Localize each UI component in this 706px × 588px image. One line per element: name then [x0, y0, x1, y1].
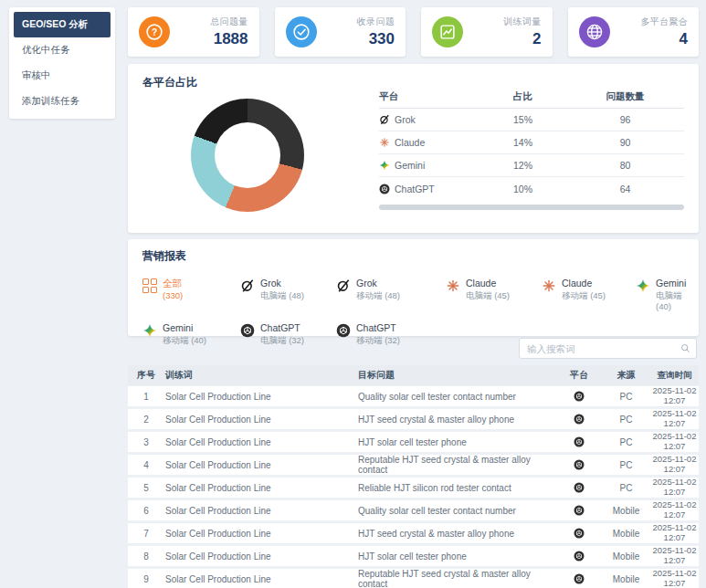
stat-label: 总问题量: [210, 16, 248, 28]
row-source: Mobile: [602, 551, 650, 562]
globe-icon: [579, 16, 610, 47]
row-target-question: HJT seed crystal & master alloy phone: [357, 529, 556, 539]
col-no: 序号: [128, 369, 164, 382]
filter-chip-chatgpt-mobile[interactable]: ChatGPT 移动端 (32): [336, 322, 446, 346]
platform-percent: 15%: [479, 114, 566, 125]
svg-text:?: ?: [152, 27, 157, 37]
row-no: 4: [128, 460, 164, 470]
sidebar-item-geo-seo[interactable]: GEO/SEO 分析: [14, 12, 111, 37]
table-row: 5 Solar Cell Production Line Reliable HJ…: [128, 478, 699, 498]
grid-icon: [142, 278, 157, 293]
donut-chart: [191, 99, 304, 212]
row-query-time: 2025-11-0212:07: [650, 500, 699, 520]
row-target-question: Reputable HJT seed crystal & master allo…: [357, 569, 556, 588]
sidebar-item-under-review[interactable]: 审核中: [14, 63, 111, 89]
row-source: PC: [602, 437, 650, 447]
chatgpt-icon: [240, 323, 255, 338]
platform-percent: 10%: [479, 184, 566, 194]
claude-icon: [542, 278, 556, 293]
col-platform: 平台: [379, 90, 479, 103]
stat-card-total-questions: ? 总问题量 1888: [128, 7, 259, 57]
filter-chip-all[interactable]: 全部 (330): [142, 278, 240, 312]
chip-label: Claude: [466, 278, 510, 290]
row-query-time: 2025-11-0212:07: [650, 478, 699, 498]
row-source: PC: [602, 483, 650, 493]
platform-percent: 12%: [479, 160, 566, 171]
row-query-time: 2025-11-0212:07: [650, 432, 699, 452]
gemini-icon: [379, 160, 390, 171]
row-query-time: 2025-11-0212:07: [650, 546, 699, 566]
chip-count: 电脑端 (48): [260, 290, 304, 301]
row-source: PC: [602, 392, 650, 402]
chip-label: Grok: [260, 278, 304, 290]
platform-table-scrollbar[interactable]: [379, 205, 684, 210]
row-no: 7: [128, 529, 164, 539]
row-query-time: 2025-11-0212:07: [650, 386, 699, 406]
row-no: 3: [128, 437, 164, 447]
stat-label: 训练词量: [503, 16, 541, 28]
stat-value: 330: [357, 30, 395, 48]
filter-chip-chatgpt-pc[interactable]: ChatGPT 电脑端 (32): [240, 322, 336, 346]
row-target-question: Quality solar cell tester contact number: [357, 506, 556, 516]
col-source: 来源: [602, 369, 650, 382]
row-source: PC: [602, 415, 650, 425]
row-source: Mobile: [602, 574, 650, 584]
chatgpt-icon: [379, 184, 390, 194]
chatgpt-icon: [556, 436, 602, 447]
table-row: 6 Solar Cell Production Line Quality sol…: [128, 500, 699, 520]
col-query-time: 查询时间: [650, 371, 699, 381]
stat-cards: ? 总问题量 1888 收录问题 330 训练词量 2 多平台聚合 4: [128, 7, 699, 57]
query-table-header: 序号 训练词 目标问题 平台 来源 查询时间: [128, 365, 699, 385]
chip-count: 移动端 (40): [163, 335, 206, 346]
search-icon[interactable]: [680, 342, 691, 354]
row-target-question: Quality solar cell tester contact number: [357, 392, 556, 402]
filter-chip-claude-pc[interactable]: Claude 电脑端 (45): [446, 278, 542, 312]
row-training-word: Solar Cell Production Line: [164, 392, 357, 402]
search-box: [519, 338, 697, 359]
platform-name: ChatGPT: [395, 184, 435, 194]
stat-card-indexed-questions: 收录问题 330: [275, 7, 406, 57]
col-training-word: 训练词: [164, 369, 357, 382]
chip-label: Claude: [562, 278, 606, 290]
question-icon: ?: [139, 16, 170, 47]
chatgpt-icon: [336, 323, 351, 338]
filter-chip-gemini-pc[interactable]: Gemini 电脑端 (40): [636, 278, 686, 312]
col-platform: 平台: [556, 369, 602, 382]
row-no: 8: [128, 551, 164, 562]
platform-count: 80: [566, 160, 684, 171]
platform-count: 96: [566, 114, 684, 125]
query-table: 序号 训练词 目标问题 平台 来源 查询时间 1 Solar Cell Prod…: [128, 365, 699, 588]
stat-value: 1888: [210, 30, 248, 48]
platform-row-chatgpt: ChatGPT 10% 64: [379, 177, 684, 200]
grok-icon: [336, 278, 351, 293]
chip-count: 移动端 (45): [562, 290, 606, 301]
col-count: 问题数量: [566, 90, 684, 103]
sidebar-item-optimizing-tasks[interactable]: 优化中任务: [14, 37, 111, 63]
row-target-question: HJT solar cell tester phone: [357, 551, 556, 562]
row-training-word: Solar Cell Production Line: [164, 415, 357, 425]
chip-label: ChatGPT: [260, 322, 304, 335]
row-target-question: Reliable HJT silicon rod tester contact: [357, 483, 556, 493]
platform-percent: 14%: [479, 137, 566, 148]
chip-count: 电脑端 (40): [656, 290, 686, 313]
chatgpt-icon: [556, 505, 602, 516]
filter-chip-grok-mobile[interactable]: Grok 移动端 (48): [336, 278, 446, 312]
row-training-word: Solar Cell Production Line: [164, 437, 357, 447]
stat-label: 多平台聚合: [641, 16, 689, 28]
platform-filter-chips: 全部 (330) Grok 电脑端 (48) Grok 移动端 (48) Cla…: [142, 278, 684, 346]
chip-label: ChatGPT: [356, 322, 400, 335]
row-no: 1: [128, 392, 164, 402]
platform-row-grok: Grok 15% 96: [379, 109, 684, 131]
search-input[interactable]: [519, 338, 697, 359]
stat-value: 4: [641, 30, 689, 48]
stat-value: 2: [503, 30, 541, 48]
table-row: 1 Solar Cell Production Line Quality sol…: [128, 386, 699, 406]
chatgpt-icon: [556, 391, 602, 402]
filter-chip-gemini-mobile[interactable]: Gemini 移动端 (40): [142, 322, 240, 346]
platform-row-claude: Claude 14% 90: [379, 131, 684, 154]
filter-chip-grok-pc[interactable]: Grok 电脑端 (48): [240, 278, 336, 312]
stat-label: 收录问题: [357, 16, 395, 28]
sidebar-item-add-training-task[interactable]: 添加训练任务: [14, 89, 111, 114]
filter-chip-claude-mobile[interactable]: Claude 移动端 (45): [542, 278, 636, 312]
trend-icon: [432, 16, 463, 47]
